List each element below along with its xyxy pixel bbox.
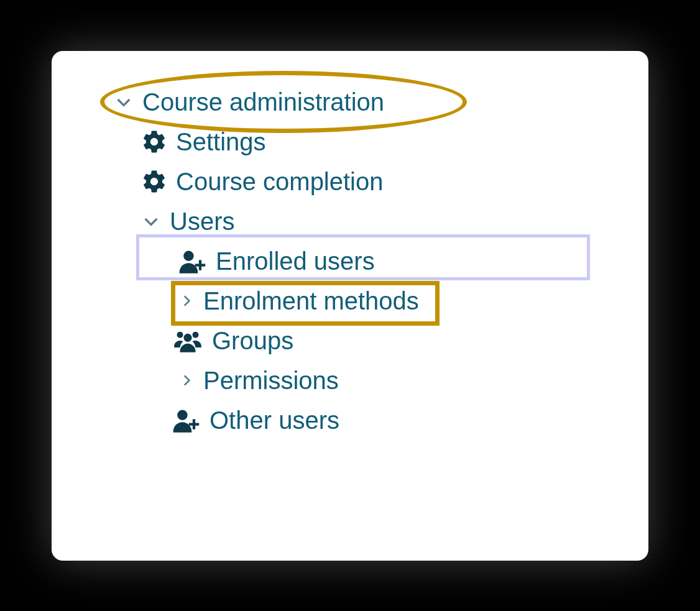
svg-point-6 (177, 410, 187, 420)
admin-navigation-panel: Course administration Settings Course co… (52, 51, 648, 561)
nav-label: Course completion (176, 165, 384, 198)
user-plus-icon (178, 249, 207, 273)
nav-label: Groups (212, 324, 293, 357)
nav-course-completion[interactable]: Course completion (139, 162, 636, 201)
svg-rect-8 (189, 423, 199, 425)
nav-label: Other users (210, 404, 339, 436)
nav-enrolment-methods[interactable]: Enrolment methods (176, 281, 636, 321)
nav-users[interactable]: Users (139, 201, 636, 241)
svg-point-4 (193, 331, 199, 338)
svg-rect-2 (195, 264, 205, 266)
user-plus-icon (172, 408, 201, 433)
svg-point-5 (183, 333, 191, 341)
svg-point-3 (177, 331, 183, 338)
gear-icon (141, 129, 167, 155)
chevron-right-icon (178, 372, 195, 388)
nav-label: Enrolled users (216, 245, 375, 277)
chevron-down-icon (141, 211, 161, 231)
gear-icon (141, 168, 167, 195)
nav-label: Users (170, 205, 234, 237)
nav-course-administration[interactable]: Course administration (108, 82, 636, 122)
nav-label: Enrolment methods (203, 285, 419, 317)
users-group-icon (172, 328, 203, 353)
nav-label: Permissions (203, 364, 339, 397)
chevron-right-icon (178, 293, 195, 309)
nav-settings[interactable]: Settings (139, 122, 636, 162)
chevron-down-icon (114, 92, 134, 112)
nav-permissions[interactable]: Permissions (176, 361, 636, 400)
nav-other-users[interactable]: Other users (170, 400, 636, 440)
nav-enrolled-users[interactable]: Enrolled users (176, 241, 636, 281)
nav-groups[interactable]: Groups (170, 321, 636, 361)
svg-point-0 (183, 250, 193, 260)
nav-label: Settings (176, 126, 266, 158)
nav-label: Course administration (142, 86, 384, 118)
